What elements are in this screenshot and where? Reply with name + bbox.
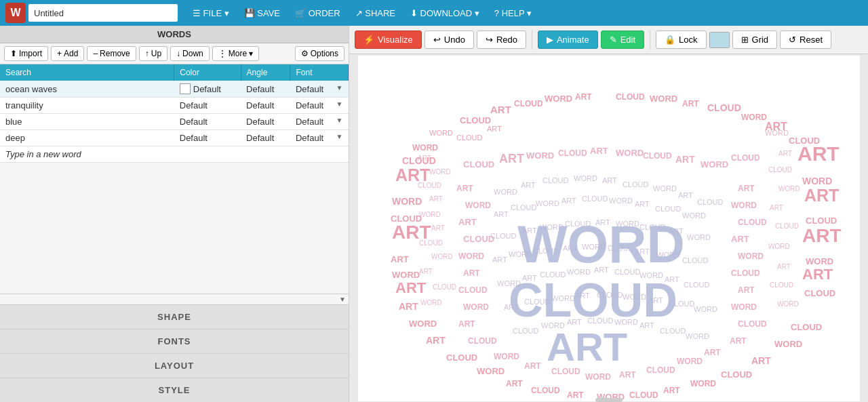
svg-text:ART: ART xyxy=(738,184,755,193)
down-button[interactable]: ↓ Down xyxy=(170,46,210,61)
svg-text:WORD: WORD xyxy=(412,143,438,153)
svg-text:CLOUD: CLOUD xyxy=(433,283,456,291)
color-box[interactable] xyxy=(180,83,191,94)
table-row[interactable]: tranquility Default Default Default ▼ xyxy=(0,98,349,114)
svg-text:WORD: WORD xyxy=(616,148,644,158)
row-dropdown-arrow[interactable]: ▼ xyxy=(336,117,343,124)
visualize-button[interactable]: ⚡ Visualize xyxy=(355,31,422,49)
options-button[interactable]: ⚙ Options xyxy=(295,46,344,61)
svg-text:ART: ART xyxy=(419,268,433,275)
table-row[interactable]: deep Default Default Default ▼ xyxy=(0,130,349,146)
bottom-sections: SHAPE FONTS LAYOUT STYLE xyxy=(0,304,349,402)
resize-handle-horizontal[interactable] xyxy=(595,398,623,402)
color-cell[interactable]: Default xyxy=(174,81,241,98)
svg-text:WORD: WORD xyxy=(777,300,799,308)
svg-text:ART: ART xyxy=(704,348,721,357)
undo-button[interactable]: ↩ Undo xyxy=(425,31,474,49)
nav-save[interactable]: 💾 SAVE xyxy=(237,5,287,21)
undo-icon: ↩ xyxy=(433,35,441,45)
nav-order[interactable]: 🛒 ORDER xyxy=(288,5,347,21)
layout-section-button[interactable]: LAYOUT xyxy=(0,353,349,378)
svg-text:ART: ART xyxy=(675,154,695,165)
col-color: Color xyxy=(174,64,241,81)
svg-text:CLOUD: CLOUD xyxy=(490,232,517,240)
up-button[interactable]: ↑ Up xyxy=(139,46,167,61)
row-dropdown-arrow[interactable]: ▼ xyxy=(336,100,343,108)
table-row[interactable]: ocean waves Default Default Default ▼ xyxy=(0,81,349,98)
svg-text:CLOUD: CLOUD xyxy=(682,256,709,264)
svg-text:CLOUD: CLOUD xyxy=(707,102,741,113)
canvas-area[interactable]: CLOUD ART CLOUD WORD ART CLOUD WORD ART … xyxy=(349,54,868,402)
svg-text:ART: ART xyxy=(492,256,507,264)
title-input[interactable] xyxy=(28,4,178,22)
svg-text:CLOUD: CLOUD xyxy=(655,205,682,213)
svg-text:ART: ART xyxy=(463,268,480,278)
new-word-placeholder[interactable]: Type in a new word xyxy=(0,146,349,163)
add-button[interactable]: + Add xyxy=(51,46,84,61)
svg-text:ART: ART xyxy=(751,355,771,366)
svg-text:ART: ART xyxy=(456,184,473,193)
svg-text:WORD: WORD xyxy=(768,243,790,250)
svg-text:WORD: WORD xyxy=(463,302,489,312)
svg-text:CLOUD: CLOUD xyxy=(804,288,835,298)
angle-cell: Default xyxy=(241,98,290,114)
scroll-down-arrow[interactable]: ▼ xyxy=(339,296,346,303)
svg-text:ART: ART xyxy=(770,204,783,212)
svg-text:CLOUD: CLOUD xyxy=(738,319,767,329)
svg-text:WORD: WORD xyxy=(682,212,706,220)
svg-text:WORD: WORD xyxy=(802,176,832,186)
svg-text:ART: ART xyxy=(635,200,650,208)
import-button[interactable]: ⬆ Import xyxy=(4,46,48,61)
svg-text:WORD: WORD xyxy=(686,332,709,340)
svg-text:WORD: WORD xyxy=(687,233,711,241)
svg-text:CLOUD: CLOUD xyxy=(721,369,752,380)
color-swatch[interactable] xyxy=(709,32,730,48)
svg-text:WORD: WORD xyxy=(738,252,764,261)
svg-text:ART: ART xyxy=(802,225,842,246)
svg-text:ART: ART xyxy=(429,195,443,203)
grid-button[interactable]: ⊞ Grid xyxy=(732,31,778,49)
svg-text:CLOUD: CLOUD xyxy=(418,182,441,189)
edit-button[interactable]: ✎ Edit xyxy=(601,31,644,49)
font-cell: Default ▼ xyxy=(290,114,349,130)
col-angle: Angle xyxy=(241,64,290,81)
svg-text:CLOUD: CLOUD xyxy=(468,336,497,346)
shape-section-button[interactable]: SHAPE xyxy=(0,304,349,329)
svg-text:WORD: WORD xyxy=(517,214,685,274)
svg-text:CLOUD: CLOUD xyxy=(731,153,760,163)
svg-text:ART: ART xyxy=(431,224,445,232)
reset-button[interactable]: ↺ Reset xyxy=(780,31,831,49)
row-dropdown-arrow[interactable]: ▼ xyxy=(336,133,343,140)
svg-text:WORD: WORD xyxy=(609,197,633,205)
style-section-button[interactable]: STYLE xyxy=(0,378,349,402)
svg-text:ART: ART xyxy=(778,150,792,157)
nav-download[interactable]: ⬇ DOWNLOAD ▾ xyxy=(403,5,486,21)
svg-text:WORD: WORD xyxy=(429,168,451,176)
redo-icon: ↪ xyxy=(486,35,493,45)
svg-text:CLOUD: CLOUD xyxy=(460,115,491,125)
nav-share[interactable]: ↗ SHARE xyxy=(349,5,402,21)
fonts-section-button[interactable]: FONTS xyxy=(0,329,349,353)
svg-text:CLOUD: CLOUD xyxy=(509,274,677,327)
new-word-row[interactable]: Type in a new word xyxy=(0,146,349,163)
svg-text:WORD: WORD xyxy=(650,94,677,104)
svg-text:WORD: WORD xyxy=(465,201,491,210)
nav-help[interactable]: ? HELP ▾ xyxy=(488,5,538,21)
col-font: Font xyxy=(290,64,349,81)
row-dropdown-arrow[interactable]: ▼ xyxy=(336,84,343,92)
animate-button[interactable]: ▶ Animate xyxy=(538,31,598,49)
svg-text:CLOUD: CLOUD xyxy=(582,195,608,203)
table-row[interactable]: blue Default Default Default ▼ xyxy=(0,114,349,130)
svg-text:CLOUD: CLOUD xyxy=(770,281,793,289)
canvas-toolbar: ⚡ Visualize ↩ Undo ↪ Redo ▶ Animate ✎ Ed… xyxy=(349,26,868,54)
lock-button[interactable]: 🔒 Lock xyxy=(656,31,706,49)
nav-file[interactable]: ☰ FILE ▾ xyxy=(186,5,236,21)
svg-text:WORD: WORD xyxy=(429,129,453,137)
more-button[interactable]: ⋮ More ▾ xyxy=(212,46,259,61)
redo-button[interactable]: ↪ Redo xyxy=(477,31,526,49)
remove-button[interactable]: – Remove xyxy=(87,46,136,61)
svg-text:WORD: WORD xyxy=(431,253,453,260)
word-cell: blue xyxy=(0,114,174,130)
svg-text:ART: ART xyxy=(418,155,431,162)
svg-text:ART: ART xyxy=(663,386,680,395)
